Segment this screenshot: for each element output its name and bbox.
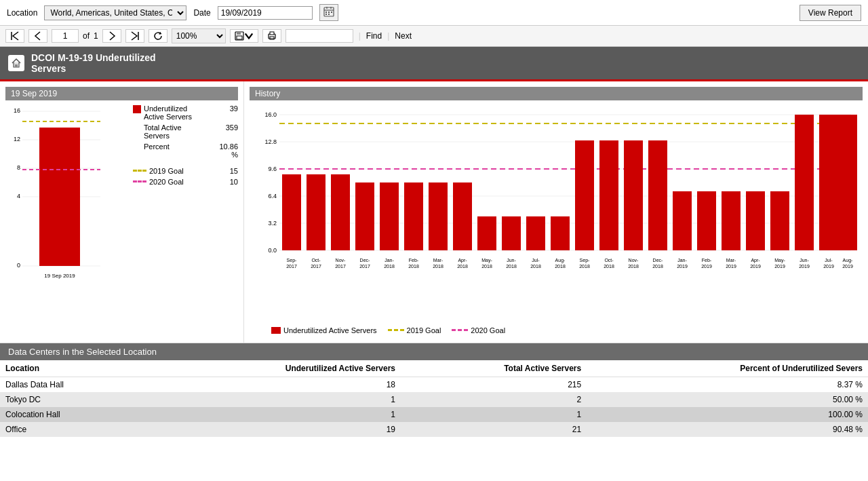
- total-value: 359: [218, 123, 238, 132]
- goal2019-legend-label: 2019 Goal: [407, 326, 441, 334]
- find-next-separator: |: [387, 31, 389, 41]
- cell-total: 1: [401, 407, 587, 422]
- left-chart-area: 16 12 8 4 0: [5, 104, 238, 290]
- svg-rect-54: [599, 140, 618, 250]
- svg-text:May-: May-: [481, 258, 492, 263]
- first-page-button[interactable]: [5, 29, 24, 43]
- svg-rect-45: [380, 182, 399, 250]
- left-legend: UnderutilizedActive Servers 39 Total Act…: [133, 104, 238, 290]
- svg-text:2018: 2018: [530, 264, 541, 269]
- cell-location: Dallas Data Hall: [0, 377, 146, 393]
- svg-text:12: 12: [14, 136, 20, 142]
- svg-text:Apr-: Apr-: [751, 258, 760, 263]
- svg-rect-41: [282, 174, 301, 250]
- svg-rect-12: [237, 32, 241, 35]
- svg-text:2019: 2019: [799, 264, 810, 269]
- first-page-icon: [10, 31, 20, 41]
- cell-total: 21: [401, 422, 587, 437]
- cell-location: Office: [0, 422, 146, 437]
- save-button[interactable]: [230, 29, 258, 43]
- page-input[interactable]: [52, 29, 79, 43]
- page-of-text: of: [83, 31, 90, 41]
- next-button[interactable]: Next: [395, 31, 412, 41]
- svg-rect-7: [326, 14, 327, 15]
- cell-underutilized: 18: [146, 377, 401, 393]
- last-page-icon: [130, 31, 140, 41]
- svg-text:8: 8: [17, 164, 20, 171]
- svg-text:Oct-: Oct-: [311, 258, 321, 263]
- svg-text:May-: May-: [774, 258, 785, 263]
- svg-text:0: 0: [17, 262, 20, 269]
- svg-rect-60: [746, 191, 765, 250]
- last-page-button[interactable]: [125, 29, 144, 43]
- report-title: DCOI M-19-19 UnderutilizedServers: [31, 52, 156, 74]
- print-button[interactable]: [262, 29, 281, 43]
- svg-text:2018: 2018: [555, 264, 566, 269]
- table-row: Dallas Data Hall 18 215 8.37 %: [0, 377, 868, 393]
- data-section: Data Centers in the Selected Location Lo…: [0, 343, 868, 437]
- svg-text:Jul-: Jul-: [532, 258, 540, 263]
- house-icon: [11, 58, 22, 69]
- underutilized-legend-color: [271, 327, 281, 334]
- percent-value: 10.86%: [218, 142, 238, 159]
- legend-goal2019: 2019 Goal 15: [133, 167, 238, 175]
- legend-underutilized-item: Underutilized Active Servers: [271, 326, 377, 334]
- find-input[interactable]: [285, 29, 353, 43]
- svg-rect-63: [819, 115, 838, 250]
- col-percent: Percent of Underutilized Severs: [587, 360, 868, 377]
- find-button[interactable]: Find: [366, 31, 382, 41]
- calendar-button[interactable]: [319, 4, 338, 21]
- svg-text:2018: 2018: [408, 264, 419, 269]
- svg-text:Aug-: Aug-: [555, 258, 566, 263]
- svg-rect-53: [575, 140, 594, 250]
- svg-text:Oct-: Oct-: [604, 258, 614, 263]
- cell-percent: 8.37 %: [587, 377, 868, 393]
- zoom-select[interactable]: 100% 75% 150%: [172, 28, 226, 43]
- view-report-button[interactable]: View Report: [800, 5, 861, 21]
- svg-text:2019: 2019: [726, 264, 736, 269]
- svg-text:Jun-: Jun-: [800, 258, 809, 263]
- svg-rect-15: [270, 32, 274, 35]
- svg-text:2019: 2019: [842, 264, 853, 269]
- svg-rect-42: [307, 174, 326, 250]
- table-row: Tokyo DC 1 2 50.00 %: [0, 392, 868, 407]
- svg-text:9.6: 9.6: [268, 166, 277, 172]
- next-page-icon: [107, 31, 117, 41]
- svg-text:Jan-: Jan-: [677, 258, 687, 263]
- goal2020-label: 2020 Goal: [149, 178, 215, 186]
- svg-text:Sep-: Sep-: [287, 258, 297, 263]
- section-header: Data Centers in the Selected Location: [0, 343, 868, 360]
- underutilized-label: UnderutilizedActive Servers: [144, 104, 215, 121]
- svg-text:2018: 2018: [457, 264, 468, 269]
- svg-text:Nov-: Nov-: [336, 258, 346, 263]
- svg-text:2017: 2017: [359, 264, 370, 269]
- svg-rect-50: [502, 216, 521, 250]
- left-bar-chart: 16 12 8 4 0: [5, 104, 127, 290]
- svg-text:Jun-: Jun-: [507, 258, 516, 263]
- svg-rect-48: [453, 182, 472, 250]
- cell-location: Colocation Hall: [0, 407, 146, 422]
- goal2020-color: [133, 180, 146, 183]
- percent-label: Percent: [144, 142, 215, 151]
- date-input[interactable]: [218, 6, 313, 20]
- save-dropdown-icon: [244, 31, 254, 41]
- next-page-button[interactable]: [102, 29, 121, 43]
- svg-text:Dec-: Dec-: [360, 258, 370, 263]
- refresh-button[interactable]: [149, 29, 167, 43]
- svg-text:Mar-: Mar-: [433, 258, 443, 263]
- col-location: Location: [0, 360, 146, 377]
- prev-page-button[interactable]: [28, 29, 47, 43]
- svg-rect-64: [838, 115, 857, 250]
- col-underutilized: Underutilized Active Servers: [146, 360, 401, 377]
- goal2019-legend-color: [388, 329, 404, 332]
- print-icon: [267, 31, 277, 41]
- date-label: Date: [193, 8, 210, 18]
- svg-text:2017: 2017: [286, 264, 297, 269]
- svg-text:Apr-: Apr-: [458, 258, 467, 263]
- svg-text:2019: 2019: [677, 264, 688, 269]
- location-select[interactable]: World, Americas, United States, C: [44, 5, 186, 20]
- svg-rect-6: [331, 12, 332, 13]
- svg-rect-17: [15, 64, 18, 67]
- svg-text:2018: 2018: [652, 264, 663, 269]
- goal2020-legend-color: [452, 329, 468, 332]
